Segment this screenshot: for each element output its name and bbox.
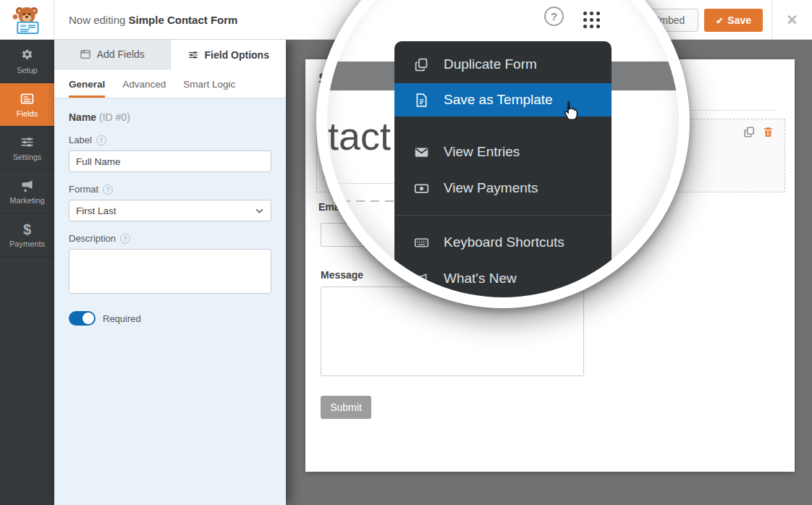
- add-fields-icon: [80, 48, 91, 60]
- file-icon: [414, 93, 429, 108]
- envelope-icon: [414, 145, 429, 160]
- menu-item-keyboard-shortcuts[interactable]: Keyboard Shortcuts: [394, 224, 612, 260]
- required-toggle[interactable]: [69, 311, 96, 326]
- sidebar-item-payments[interactable]: $ Payments: [0, 213, 54, 257]
- sliders-icon: [20, 135, 35, 150]
- magnified-underline: [327, 183, 395, 184]
- magnifier-content: tact Duplicate Form Save as Template Vie…: [327, 0, 679, 297]
- format-select[interactable]: First Last: [69, 200, 271, 221]
- toggle-knob: [83, 313, 94, 324]
- now-editing-title: Now editing Simple Contact Form: [69, 14, 237, 26]
- megaphone-icon: [414, 271, 429, 287]
- menu-item-label: View Payments: [444, 180, 538, 196]
- form-name: Simple Contact Form: [129, 14, 238, 26]
- field-action-icons: [743, 126, 774, 138]
- menu-item-view-entries[interactable]: View Entries: [394, 134, 612, 170]
- sidebar-item-fields[interactable]: Fields: [0, 83, 54, 127]
- description-text: Description: [69, 233, 116, 244]
- label-text: Label: [69, 135, 92, 145]
- menu-item-view-payments[interactable]: View Payments: [394, 170, 612, 206]
- subtab-advanced[interactable]: Advanced: [122, 79, 166, 98]
- message-label: Message: [321, 269, 363, 281]
- required-label: Required: [103, 313, 141, 324]
- help-tooltip-icon[interactable]: ?: [96, 135, 106, 145]
- sidebar-item-label: Fields: [17, 109, 38, 118]
- sidebar-item-label: Settings: [13, 153, 42, 161]
- description-field-label: Description ?: [69, 233, 271, 244]
- now-editing-text: Now editing: [69, 14, 125, 26]
- copy-icon: [414, 57, 429, 72]
- duplicate-field-icon[interactable]: [743, 126, 756, 138]
- delete-field-icon[interactable]: [762, 126, 774, 138]
- close-icon[interactable]: ✕: [772, 12, 812, 28]
- wpforms-logo: [0, 0, 54, 39]
- gear-icon: [20, 48, 35, 63]
- sidebar-item-label: Marketing: [9, 196, 44, 205]
- field-header: Name (ID #0): [69, 111, 271, 123]
- field-options-panel: Add Fields Field Options General Advance…: [54, 40, 286, 505]
- format-selected-value: First Last: [76, 205, 117, 216]
- help-tooltip-icon[interactable]: ?: [103, 184, 113, 195]
- field-type-name: Name: [69, 111, 96, 123]
- hand-pointer-cursor: [559, 100, 580, 122]
- sidebar-item-label: Setup: [17, 66, 38, 75]
- menu-item-label: Keyboard Shortcuts: [444, 234, 564, 250]
- sidebar-item-label: Payments: [9, 239, 45, 248]
- sidebar-item-settings[interactable]: Settings: [0, 127, 54, 170]
- submit-button[interactable]: Submit: [321, 396, 371, 419]
- field-options-body: Name (ID #0) Label ? Format ? First Last…: [54, 98, 286, 339]
- check-icon: ✔: [716, 16, 723, 26]
- menu-item-label: View Entries: [444, 144, 520, 160]
- format-field-label: Format ?: [69, 184, 271, 195]
- help-tooltip-icon[interactable]: ?: [120, 234, 130, 244]
- sidebar-item-setup[interactable]: Setup: [0, 40, 54, 83]
- tab-label: Add Fields: [97, 48, 145, 60]
- tab-label: Field Options: [205, 49, 269, 61]
- menu-item-label: What's New: [444, 271, 517, 287]
- required-row: Required: [69, 311, 271, 326]
- subtab-smart-logic[interactable]: Smart Logic: [183, 79, 235, 98]
- label-field-label: Label ?: [69, 135, 271, 145]
- menu-divider: [394, 215, 612, 216]
- tab-add-fields[interactable]: Add Fields: [54, 40, 171, 69]
- apps-grid-icon[interactable]: [583, 12, 601, 29]
- format-text: Format: [69, 184, 98, 195]
- help-icon[interactable]: ?: [544, 7, 564, 26]
- tab-field-options[interactable]: Field Options: [171, 40, 287, 69]
- options-subtabs: General Advanced Smart Logic: [54, 69, 286, 98]
- chevron-down-icon: [255, 208, 263, 213]
- wpforms-builder: Now editing Simple Contact Form Embed ✔S…: [0, 0, 812, 505]
- builder-dropdown-menu: Duplicate Form Save as Template View Ent…: [394, 41, 612, 297]
- menu-item-label: Save as Template: [444, 92, 553, 108]
- description-textarea[interactable]: [69, 249, 271, 294]
- menu-item-label: Duplicate Form: [444, 56, 537, 72]
- bear-logo-icon: [11, 4, 43, 35]
- fields-icon: [20, 91, 35, 106]
- dollar-icon: $: [23, 222, 31, 237]
- menu-item-duplicate-form[interactable]: Duplicate Form: [394, 46, 612, 83]
- keyboard-icon: [414, 235, 429, 250]
- subtab-general[interactable]: General: [69, 79, 105, 98]
- panel-tab-bar: Add Fields Field Options: [54, 40, 286, 69]
- menu-item-whats-new[interactable]: What's New: [394, 260, 612, 297]
- builder-sidebar: Setup Fields Settings Marketing $ Paymen…: [0, 40, 54, 505]
- field-options-icon: [187, 49, 199, 61]
- save-button[interactable]: ✔Save: [704, 9, 763, 32]
- megaphone-icon: [20, 178, 35, 193]
- magnified-title-fragment: tact: [328, 114, 391, 158]
- label-input[interactable]: [69, 150, 271, 172]
- save-button-label: Save: [727, 14, 751, 26]
- field-id: (ID #0): [99, 111, 130, 123]
- money-icon: [414, 181, 429, 196]
- magnified-dashed-border: [327, 200, 395, 202]
- sidebar-item-marketing[interactable]: Marketing: [0, 170, 54, 213]
